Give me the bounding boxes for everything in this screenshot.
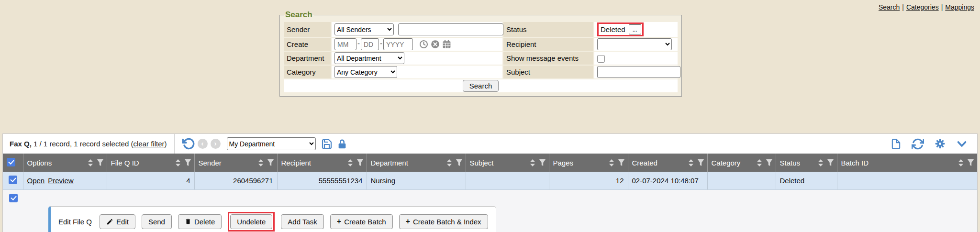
add-task-button[interactable]: Add Task <box>281 214 323 229</box>
preview-link[interactable]: Preview <box>48 177 73 185</box>
show-message-events-checkbox[interactable] <box>597 55 605 63</box>
sender-label: Sender <box>284 22 331 37</box>
filter-icon[interactable] <box>539 159 546 166</box>
cell-category <box>707 172 776 189</box>
filter-icon[interactable] <box>827 159 834 166</box>
sort-icon[interactable] <box>958 159 964 167</box>
column-header-subject[interactable]: Subject <box>470 159 530 167</box>
column-header-status[interactable]: Status <box>780 159 818 167</box>
create-batch-button[interactable]: +Create Batch <box>330 214 393 229</box>
table-row[interactable]: OpenPreview 4 2604596271 55555551234 Nur… <box>3 172 977 189</box>
clear-filter-link[interactable]: clear filter <box>133 140 164 148</box>
create-year-input[interactable] <box>383 38 413 50</box>
plus-icon: + <box>337 218 341 225</box>
refresh-icon[interactable] <box>912 138 924 150</box>
lock-icon[interactable] <box>337 138 347 150</box>
nav-next-icon[interactable]: › <box>211 139 221 149</box>
sort-icon[interactable] <box>688 159 694 167</box>
nav-link-search[interactable]: Search <box>879 3 900 11</box>
collapse-icon[interactable] <box>956 138 968 150</box>
filter-icon[interactable] <box>184 159 191 166</box>
save-icon[interactable] <box>321 138 333 150</box>
sort-icon[interactable] <box>88 159 93 167</box>
filter-icon[interactable] <box>697 159 704 166</box>
fax-queue-grid: Fax Q, 1 / 1 record, 1 record selected (… <box>2 133 978 232</box>
nav-separator: | <box>902 3 904 11</box>
select-all-checkbox[interactable] <box>7 158 15 166</box>
send-button[interactable]: Send <box>142 214 172 229</box>
undelete-highlight-box: Undelete <box>228 212 275 232</box>
filter-icon[interactable] <box>356 159 364 166</box>
sender-input[interactable] <box>398 23 503 35</box>
create-month-input[interactable] <box>334 38 356 50</box>
grid-department-select[interactable]: My Department <box>227 137 316 150</box>
filter-icon[interactable] <box>267 159 274 166</box>
column-header-options[interactable]: Options <box>27 159 88 167</box>
column-header-file-q-id[interactable]: File Q ID <box>111 159 175 167</box>
edit-file-q-label: Edit File Q <box>58 218 92 226</box>
gear-icon[interactable] <box>934 138 946 150</box>
sort-icon[interactable] <box>347 159 353 167</box>
create-day-input[interactable] <box>361 38 379 50</box>
new-document-icon[interactable] <box>891 138 902 150</box>
time-icon[interactable] <box>419 40 428 49</box>
show-message-events-label: Show message events <box>503 52 593 65</box>
column-header-sender[interactable]: Sender <box>199 159 258 167</box>
filter-icon[interactable] <box>97 159 104 166</box>
filter-icon[interactable] <box>456 159 463 166</box>
cell-created: 02-07-2024 10:48:07 <box>628 172 707 189</box>
subject-input[interactable] <box>597 66 680 78</box>
nav-link-categories[interactable]: Categories <box>906 3 939 11</box>
undo-icon[interactable] <box>182 137 195 150</box>
column-header-created[interactable]: Created <box>632 159 688 167</box>
cell-status: Deleted <box>776 172 837 189</box>
pencil-icon <box>106 218 113 225</box>
column-header-department[interactable]: Department <box>371 159 446 167</box>
row-checkbox[interactable] <box>9 176 17 184</box>
trash-icon <box>185 218 191 225</box>
filter-icon[interactable] <box>766 159 773 166</box>
sort-icon[interactable] <box>446 159 452 167</box>
subject-label: Subject <box>503 66 593 78</box>
calendar-icon[interactable] <box>442 40 451 49</box>
category-select[interactable]: Any Category <box>334 66 397 78</box>
cell-file-q-id: 4 <box>107 172 194 189</box>
sender-select[interactable]: All Senders <box>334 23 394 35</box>
column-header-pages[interactable]: Pages <box>553 159 609 167</box>
status-more-button[interactable]: ... <box>629 24 641 34</box>
search-button[interactable]: Search <box>463 80 499 92</box>
column-header-category[interactable]: Category <box>712 159 757 167</box>
sort-icon[interactable] <box>258 159 264 167</box>
sort-icon[interactable] <box>175 159 181 167</box>
open-link[interactable]: Open <box>27 177 45 185</box>
sort-icon[interactable] <box>818 159 824 167</box>
delete-button[interactable]: Delete <box>178 214 222 229</box>
footer-select-checkbox[interactable] <box>9 194 18 202</box>
column-header-batch-id[interactable]: Batch ID <box>841 159 958 167</box>
filter-icon[interactable] <box>618 159 625 166</box>
clear-date-icon[interactable] <box>431 40 440 49</box>
column-header-recipient[interactable]: Recipient <box>281 159 347 167</box>
sort-icon[interactable] <box>530 159 535 167</box>
sort-icon[interactable] <box>757 159 762 167</box>
nav-link-mappings[interactable]: Mappings <box>945 3 974 11</box>
cell-recipient: 55555551234 <box>277 172 367 189</box>
filter-icon[interactable] <box>967 159 974 166</box>
cell-batch-id <box>837 172 977 189</box>
cell-department: Nursing <box>367 172 466 189</box>
category-label: Category <box>284 66 331 78</box>
create-batch-index-button[interactable]: +Create Batch & Index <box>399 214 488 229</box>
edit-button[interactable]: Edit <box>100 214 135 229</box>
table-header-row: Options File Q ID Sender Recipient Depar… <box>3 154 977 172</box>
record-summary: Fax Q, 1 / 1 record, 1 record selected (… <box>10 140 167 148</box>
department-select[interactable]: All Department <box>334 52 404 64</box>
grid-title: Fax Q, <box>10 140 32 148</box>
nav-prev-icon[interactable]: ‹ <box>198 139 208 149</box>
status-label: Status <box>503 22 593 37</box>
undelete-button[interactable]: Undelete <box>230 214 272 229</box>
search-panel: Search Sender All Senders Status Deleted… <box>279 10 682 97</box>
recipient-select[interactable] <box>597 38 672 50</box>
cell-pages: 12 <box>549 172 628 189</box>
sort-icon[interactable] <box>609 159 614 167</box>
nav-separator: | <box>941 3 943 11</box>
